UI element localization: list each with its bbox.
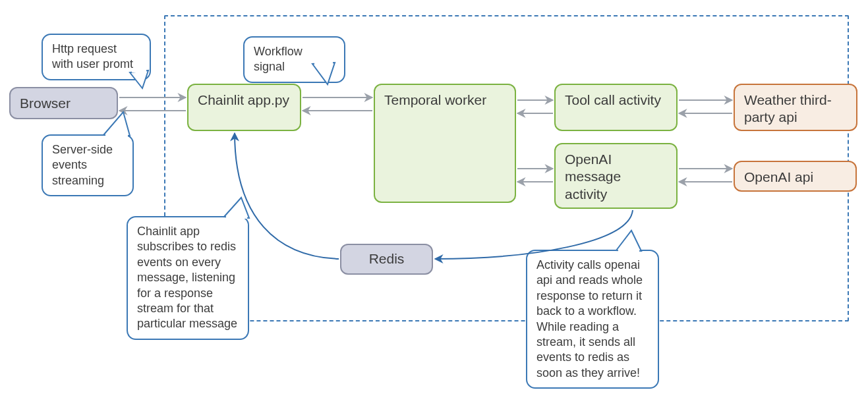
callout-workflow-signal: Workflow signal [243, 36, 345, 83]
callout-sse: Server-side events streaming [42, 134, 134, 196]
callout-chainlit-note: Chainlit app subscribes to redis events … [127, 216, 249, 340]
callout-http-request: Http request with user promt [42, 34, 151, 80]
node-browser: Browser [9, 87, 118, 119]
node-weather-api: Weather third-party api [734, 84, 857, 131]
node-temporal-worker: Temporal worker [374, 84, 516, 203]
node-toolcall-activity: Tool call activity [554, 84, 678, 131]
node-redis: Redis [340, 244, 433, 275]
node-openai-api: OpenAI api [734, 161, 857, 192]
node-openai-activity: OpenAI message activity [554, 143, 678, 209]
callout-activity-note: Activity calls openai api and reads whol… [526, 250, 659, 389]
node-chainlit: Chainlit app.py [187, 84, 301, 131]
diagram-canvas: Browser Chainlit app.py Temporal worker … [0, 0, 868, 417]
